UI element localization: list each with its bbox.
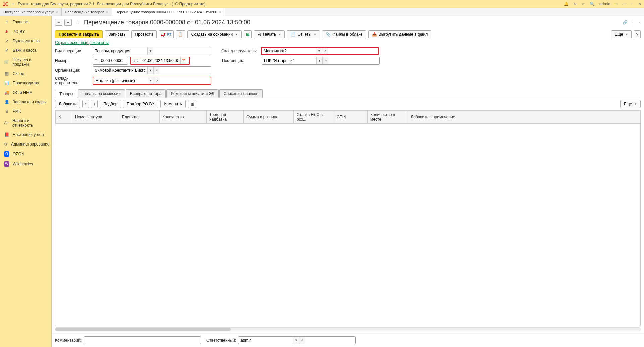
dropdown-icon[interactable]: ▼: [147, 47, 153, 55]
user-label[interactable]: admin: [599, 2, 610, 6]
date-input[interactable]: [140, 57, 180, 64]
open-icon[interactable]: ↗: [299, 337, 305, 344]
col-nomenclature[interactable]: Номенклатура: [72, 111, 119, 124]
nav-wildberries[interactable]: WWildberries: [0, 159, 51, 169]
tab-print-details[interactable]: Реквизиты печати и ЭД: [166, 89, 219, 98]
nav-assets[interactable]: 🚚ОС и НМА: [0, 88, 51, 97]
bell-icon[interactable]: 🔔: [564, 2, 569, 6]
excel-button[interactable]: ⊞: [244, 30, 252, 38]
col-gtin[interactable]: GTIN: [334, 111, 368, 124]
doc-tab[interactable]: Перемещение товаров ×: [62, 8, 112, 16]
tab-blanks[interactable]: Списание бланков: [219, 89, 263, 98]
open-icon[interactable]: ↗: [153, 67, 159, 74]
comment-input[interactable]: [84, 337, 138, 344]
more-icon[interactable]: ⋮: [631, 20, 635, 25]
star-icon[interactable]: ☆: [581, 2, 585, 6]
change-button[interactable]: Изменить: [160, 100, 186, 108]
history-icon[interactable]: ↻: [573, 2, 577, 6]
hide-details-link[interactable]: Скрыть основные реквизиты: [55, 40, 109, 45]
open-icon[interactable]: ↗: [154, 77, 160, 84]
nav-hr[interactable]: 👤Зарплата и кадры: [0, 97, 51, 107]
col-qty[interactable]: Количество: [160, 111, 207, 124]
link-icon[interactable]: 🔗: [623, 20, 628, 25]
dropdown-icon[interactable]: ▼: [316, 57, 322, 64]
help-button[interactable]: ?: [634, 30, 641, 38]
col-unit[interactable]: Единица: [119, 111, 160, 124]
operation-type-input[interactable]: [93, 47, 147, 55]
dropdown-icon[interactable]: ▼: [293, 337, 299, 344]
favorite-icon[interactable]: ☆: [75, 19, 80, 26]
nav-tax[interactable]: AᴛНалоги и отчетность: [0, 116, 51, 130]
col-n[interactable]: N: [56, 111, 72, 124]
save-button[interactable]: Записать: [105, 30, 129, 38]
search-icon[interactable]: 🔍: [590, 2, 595, 6]
export-button[interactable]: 📤Выгрузить данные в файл: [368, 30, 431, 38]
col-qty-place[interactable]: Количество в месте: [368, 111, 408, 124]
nav-warehouse[interactable]: ▦Склад: [0, 69, 51, 78]
col-retail-sum[interactable]: Сумма в рознице: [244, 111, 294, 124]
goods-table[interactable]: N Номенклатура Единица Количество Торгов…: [55, 110, 640, 124]
horizontal-scrollbar[interactable]: [55, 327, 641, 331]
ozon-icon: O: [4, 151, 9, 157]
nav-poby[interactable]: ✱PO.BY: [0, 27, 51, 36]
dtk-button[interactable]: ДтКт: [159, 30, 174, 38]
tab-close-icon[interactable]: ×: [106, 10, 108, 14]
move-down-button[interactable]: ↓: [91, 100, 98, 108]
organization-input[interactable]: [93, 67, 147, 74]
nav-ozon[interactable]: OOZON: [0, 149, 51, 159]
document-tabs: Поступление товаров и услуг × Перемещени…: [0, 8, 644, 16]
sub-more-button[interactable]: Еще▼: [620, 100, 641, 108]
nav-pos[interactable]: 🖥РМК: [0, 107, 51, 116]
doc-tab[interactable]: Поступление товаров и услуг ×: [0, 8, 62, 16]
dropdown-icon[interactable]: ▼: [148, 77, 154, 84]
nav-production[interactable]: 📊Производство: [0, 78, 51, 88]
struct-button[interactable]: 📋: [176, 30, 185, 38]
nav-sales[interactable]: 🛒Покупки и продажи: [0, 55, 51, 69]
col-note[interactable]: Добавить в примечание: [408, 111, 640, 124]
settings-icon[interactable]: ≡: [615, 2, 618, 6]
print-button[interactable]: 🖨Печать▼: [254, 30, 285, 38]
more-button[interactable]: Еще▼: [611, 30, 632, 38]
calendar-icon[interactable]: 📅: [180, 57, 186, 64]
post-button[interactable]: Провести: [131, 30, 157, 38]
reports-button[interactable]: 📄Отчеты▼: [287, 30, 320, 38]
back-button[interactable]: ←: [55, 19, 62, 26]
number-input[interactable]: [99, 57, 125, 64]
forward-button[interactable]: →: [64, 19, 72, 26]
supplier-input[interactable]: [262, 57, 316, 64]
post-close-button[interactable]: Провести и закрыть: [55, 30, 103, 38]
menu-icon[interactable]: ≡: [11, 1, 14, 7]
tab-goods[interactable]: Товары: [55, 90, 77, 98]
close-doc-icon[interactable]: ×: [638, 20, 641, 25]
nav-admin[interactable]: ⚙Администрирование: [0, 139, 51, 149]
close-icon[interactable]: ✕: [638, 2, 641, 6]
col-vat[interactable]: Ставка НДС в роз...: [294, 111, 334, 124]
sender-warehouse-input[interactable]: [93, 77, 148, 84]
create-based-button[interactable]: Создать на основании▼: [187, 30, 241, 38]
maximize-icon[interactable]: □: [631, 2, 633, 6]
tab-close-icon[interactable]: ×: [219, 10, 221, 14]
receiver-warehouse-input[interactable]: [262, 48, 316, 54]
cloud-files-button[interactable]: 📎Файлы в облаке: [322, 30, 366, 38]
responsible-input[interactable]: [238, 337, 293, 344]
nav-settings[interactable]: 📕Настройки учета: [0, 130, 51, 139]
tab-close-icon[interactable]: ×: [56, 10, 58, 14]
open-icon[interactable]: ↗: [322, 57, 328, 64]
col-markup[interactable]: Торговая надбавка: [207, 111, 244, 124]
minimize-icon[interactable]: —: [622, 2, 626, 6]
dropdown-icon[interactable]: ▼: [147, 67, 153, 74]
nav-manager[interactable]: ↗Руководителю: [0, 36, 51, 46]
doc-tab-active[interactable]: Перемещение товаров 0000-000008 от 01.06…: [112, 8, 225, 16]
dropdown-icon[interactable]: ▼: [316, 48, 322, 54]
barcode-button[interactable]: ▥: [188, 100, 196, 108]
scrollbar-thumb[interactable]: [55, 328, 231, 331]
add-button[interactable]: Добавить: [55, 100, 80, 108]
tab-returnable[interactable]: Возвратная тара: [126, 89, 166, 98]
open-icon[interactable]: ↗: [322, 48, 328, 54]
nav-bank[interactable]: ₽Банк и касса: [0, 46, 51, 55]
select-button[interactable]: Подбор: [100, 100, 121, 108]
move-up-button[interactable]: ↑: [82, 100, 89, 108]
select-poby-button[interactable]: Подбор PO.BY: [123, 100, 158, 108]
nav-main[interactable]: ≡Главное: [0, 17, 51, 27]
tab-commission[interactable]: Товары на комиссии: [78, 89, 125, 98]
